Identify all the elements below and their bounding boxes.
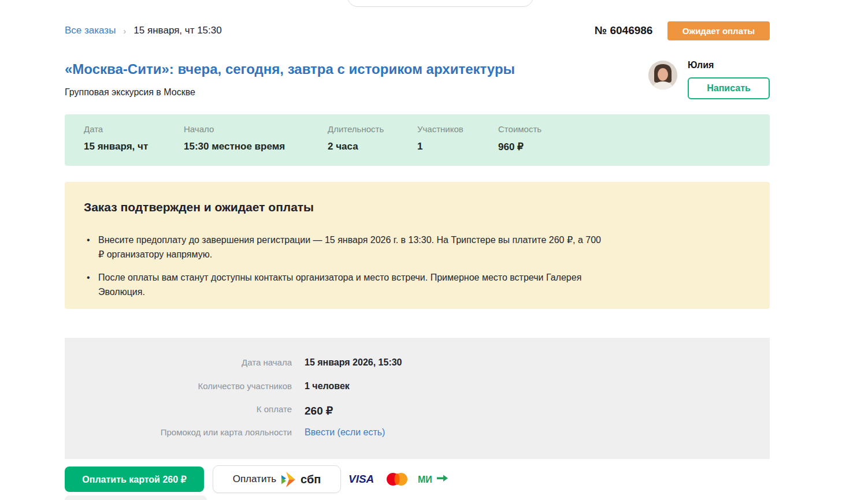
experience-subtitle: Групповая экскурсия в Москве	[65, 87, 195, 98]
sbp-button-label: Оплатить	[233, 473, 276, 485]
breadcrumb-all-orders-link[interactable]: Все заказы	[65, 25, 116, 36]
mir-logo-icon: МИ	[418, 474, 448, 484]
promo-enter-link[interactable]: Ввести (если есть)	[305, 427, 385, 438]
summary-value: 1 человек	[305, 381, 350, 391]
svg-text:VISA: VISA	[348, 473, 374, 485]
info-value: 2 часа	[328, 141, 358, 152]
sbp-logo-icon	[281, 472, 295, 487]
summary-row-start-date: Дата начала 15 января 2026, 15:30	[65, 357, 770, 370]
breadcrumb-current: 15 января, чт 15:30	[133, 25, 221, 36]
payment-method-logos: VISA МИ	[348, 469, 448, 490]
visa-logo-icon: VISA	[348, 473, 376, 485]
notice-list: Внесите предоплату до завершения регистр…	[86, 233, 606, 308]
sbp-word: сбп	[301, 473, 321, 486]
pay-by-sbp-button[interactable]: Оплатить сбп	[213, 465, 341, 493]
order-page: Все заказы › 15 января, чт 15:30 № 60469…	[0, 0, 868, 500]
guide-avatar	[648, 61, 677, 89]
breadcrumb: Все заказы › 15 января, чт 15:30	[65, 25, 222, 36]
info-value: 960 ₽	[498, 141, 524, 153]
search-input[interactable]	[347, 0, 533, 7]
svg-text:МИ: МИ	[418, 475, 432, 484]
status-badge: Ожидает оплаты	[667, 21, 770, 40]
summary-row-participants: Количество участников 1 человек	[65, 381, 770, 394]
info-label: Длительность	[328, 124, 384, 134]
info-value: 15:30 местное время	[184, 141, 285, 152]
order-info-bar: Дата 15 января, чт Начало 15:30 местное …	[65, 114, 770, 166]
info-value: 15 января, чт	[84, 141, 148, 152]
payment-notice-box: Заказ подтвержден и ожидает оплаты Внеси…	[65, 182, 770, 309]
info-value: 1	[417, 141, 422, 152]
mastercard-logo-icon	[386, 472, 408, 486]
info-label: Дата	[84, 124, 103, 134]
info-label: Начало	[184, 124, 214, 134]
next-section-remnant	[65, 495, 207, 500]
notice-title: Заказ подтвержден и ожидает оплаты	[84, 200, 314, 214]
notice-bullet: Внесите предоплату до завершения регистр…	[86, 233, 606, 262]
guide-name: Юлия	[688, 60, 714, 70]
experience-title-link[interactable]: «Москва-Сити»: вчера, сегодня, завтра с …	[65, 61, 585, 77]
info-label: Стоимость	[498, 124, 541, 134]
summary-row-total: К оплате 260 ₽	[65, 404, 770, 417]
summary-label: К оплате	[65, 404, 292, 414]
chevron-right-icon: ›	[123, 26, 126, 36]
write-to-guide-button[interactable]: Написать	[688, 77, 770, 99]
summary-value: 15 января 2026, 15:30	[305, 357, 402, 368]
summary-label: Промокод или карта лояльности	[65, 427, 292, 437]
summary-row-promo: Промокод или карта лояльности Ввести (ес…	[65, 427, 770, 440]
summary-label: Количество участников	[65, 381, 292, 391]
order-number: № 6046986	[595, 24, 652, 37]
info-label: Участников	[417, 124, 463, 134]
summary-label: Дата начала	[65, 357, 292, 367]
pay-by-card-button[interactable]: Оплатить картой 260 ₽	[65, 467, 204, 492]
order-summary-box: Дата начала 15 января 2026, 15:30 Количе…	[65, 338, 770, 459]
summary-total-value: 260 ₽	[305, 404, 333, 417]
guide-photo-icon	[648, 61, 677, 89]
notice-bullet: После оплаты вам станут доступны контакт…	[86, 270, 606, 299]
